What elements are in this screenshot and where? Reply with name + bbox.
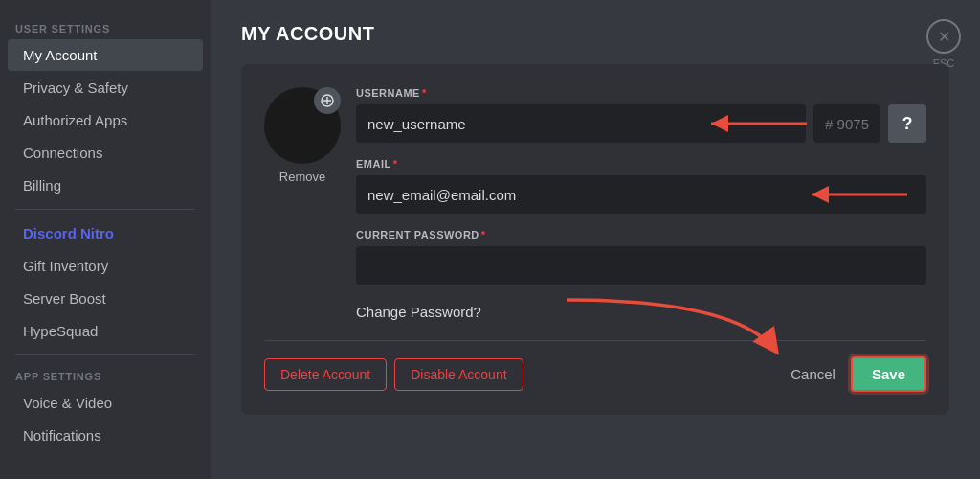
username-input[interactable]: [356, 104, 806, 143]
sidebar-divider-1: [15, 209, 195, 210]
sidebar-item-notifications[interactable]: Notifications: [8, 420, 203, 451]
sidebar-item-connections[interactable]: Connections: [8, 137, 203, 169]
sidebar: USER SETTINGS My Account Privacy & Safet…: [0, 0, 211, 479]
avatar-edit-button[interactable]: [314, 87, 341, 114]
discriminator: # 9075: [813, 104, 880, 143]
email-field-row: [356, 175, 926, 214]
esc-button[interactable]: ✕ ESC: [926, 19, 961, 69]
question-button[interactable]: ?: [888, 104, 926, 143]
sidebar-item-my-account[interactable]: My Account: [8, 39, 203, 71]
sidebar-divider-2: [15, 354, 195, 355]
sidebar-item-discord-nitro[interactable]: Discord Nitro: [8, 217, 203, 249]
sidebar-item-server-boost[interactable]: Server Boost: [8, 283, 203, 314]
password-field-group: CURRENT PASSWORD*: [356, 229, 926, 285]
cancel-button[interactable]: Cancel: [775, 358, 851, 390]
form-section: USERNAME* # 9075: [356, 87, 926, 321]
username-field-group: USERNAME* # 9075: [356, 87, 926, 143]
password-input[interactable]: [356, 246, 926, 285]
sidebar-item-billing[interactable]: Billing: [8, 170, 203, 201]
sidebar-item-authorized-apps[interactable]: Authorized Apps: [8, 104, 203, 136]
avatar-wrapper: [264, 87, 341, 164]
delete-account-button[interactable]: Delete Account: [264, 358, 387, 391]
email-field-group: EMAIL*: [356, 158, 926, 214]
card-footer: Delete Account Disable Account Cancel Sa…: [264, 340, 926, 392]
account-card: Remove USERNAME*: [241, 64, 949, 415]
avatar-remove-label[interactable]: Remove: [279, 170, 325, 184]
sidebar-item-gift-inventory[interactable]: Gift Inventory: [8, 250, 203, 282]
sidebar-item-voice-video[interactable]: Voice & Video: [8, 387, 203, 419]
page-title: MY ACCOUNT: [241, 23, 949, 45]
save-button[interactable]: Save: [851, 356, 926, 392]
user-settings-section-label: USER SETTINGS: [0, 15, 211, 38]
close-icon[interactable]: ✕: [926, 19, 961, 54]
email-input[interactable]: [356, 175, 926, 214]
change-password-link[interactable]: Change Password?: [356, 304, 481, 320]
password-field-row: [356, 246, 926, 285]
profile-row: Remove USERNAME*: [264, 87, 926, 321]
sidebar-item-privacy-safety[interactable]: Privacy & Safety: [8, 72, 203, 103]
username-label: USERNAME*: [356, 87, 926, 99]
password-label: CURRENT PASSWORD*: [356, 229, 926, 240]
username-field-row: # 9075 ?: [356, 104, 926, 143]
app-settings-section-label: APP SETTINGS: [0, 363, 211, 386]
email-label: EMAIL*: [356, 158, 926, 170]
main-content: MY ACCOUNT ✕ ESC: [211, 0, 980, 479]
sidebar-item-hypesquad[interactable]: HypeSquad: [8, 315, 203, 347]
disable-account-button[interactable]: Disable Account: [394, 358, 523, 391]
